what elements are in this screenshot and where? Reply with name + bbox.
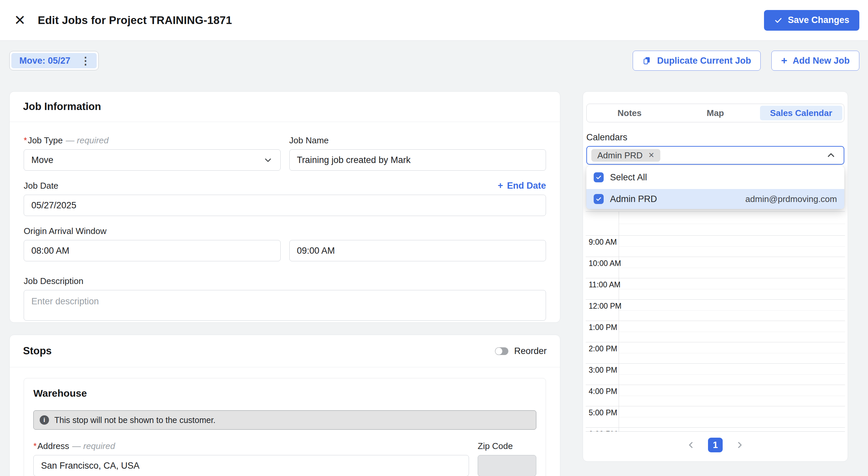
- calendar-pagination: 1: [583, 436, 848, 454]
- reorder-label: Reorder: [514, 346, 547, 356]
- checkbox-checked-icon[interactable]: [594, 194, 604, 204]
- stop-info-banner: i This stop will not be shown to the cus…: [33, 410, 536, 430]
- sales-calendar-grid: 9:00 AM 10:00 AM 11:00 AM 12:00 PM 1:00 …: [586, 211, 845, 432]
- stops-header: Stops Reorder: [10, 335, 560, 367]
- calendar-slot[interactable]: 11:00 AM: [586, 278, 845, 299]
- banner-text: This stop will not be shown to the custo…: [54, 415, 216, 425]
- stops-card: Stops Reorder Warehouse i This stop will…: [9, 335, 560, 476]
- jobs-toolbar: Move: 05/27 ⋮ Duplicate Current Job + Ad…: [9, 51, 859, 71]
- page-title: Edit Jobs for Project TRAINING-1871: [38, 14, 232, 27]
- calendar-slot[interactable]: 1:00 PM: [586, 321, 845, 342]
- required-asterisk: *: [33, 441, 37, 451]
- chevron-right-icon: [735, 440, 745, 450]
- calendar-slot[interactable]: 2:00 PM: [586, 342, 845, 363]
- check-icon: [774, 16, 783, 25]
- address-label: * Address — required: [33, 441, 469, 451]
- calendar-slot[interactable]: 9:00 AM: [586, 235, 845, 257]
- job-information-card: Job Information * Job Type — required Mo…: [9, 91, 560, 323]
- job-description-label: Job Description: [24, 276, 546, 286]
- kebab-menu-icon[interactable]: ⋮: [80, 56, 91, 66]
- side-panel-card: Notes Map Sales Calendar Calendars Admin…: [583, 91, 848, 462]
- job-tab-group: Move: 05/27 ⋮: [9, 51, 99, 70]
- calendars-multiselect[interactable]: Admin PRD ✕: [586, 146, 844, 165]
- tab-sales-calendar[interactable]: Sales Calendar: [760, 106, 842, 120]
- origin-arrival-window-label: Origin Arrival Window: [24, 226, 546, 236]
- time-label: 2:00 PM: [589, 344, 617, 353]
- modal-header: ✕ Edit Jobs for Project TRAINING-1871 Sa…: [0, 0, 868, 41]
- save-button-label: Save Changes: [788, 15, 849, 25]
- time-label: 10:00 AM: [589, 259, 621, 268]
- toggle-knob: [495, 348, 502, 355]
- stops-title: Stops: [23, 345, 52, 357]
- reorder-toggle-group: Reorder: [495, 346, 547, 356]
- origin-window-end-input[interactable]: [289, 240, 546, 261]
- job-type-select[interactable]: Move: [24, 149, 281, 171]
- job-type-value: Move: [31, 155, 53, 165]
- previous-page-button[interactable]: [684, 438, 698, 452]
- calendar-slot[interactable]: 6:00 PM: [586, 427, 845, 432]
- calendar-slot[interactable]: 4:00 PM: [586, 385, 845, 406]
- calendar-option-email: admin@prdmoving.com: [745, 194, 837, 204]
- time-label: 5:00 PM: [589, 408, 617, 417]
- zip-code-input: [478, 455, 536, 476]
- address-input[interactable]: [33, 455, 469, 476]
- page-number-button[interactable]: 1: [708, 438, 723, 452]
- job-name-label: Job Name: [289, 135, 546, 146]
- job-date-input[interactable]: [24, 195, 546, 216]
- job-tab-move[interactable]: Move: 05/27 ⋮: [11, 53, 97, 68]
- chevron-left-icon: [686, 440, 696, 450]
- time-label: 3:00 PM: [589, 366, 617, 375]
- time-label: 12:00 PM: [589, 302, 621, 311]
- required-suffix: — required: [72, 441, 115, 451]
- info-icon: i: [40, 415, 49, 425]
- calendar-slot[interactable]: 10:00 AM: [586, 257, 845, 278]
- job-name-input[interactable]: [289, 149, 546, 171]
- duplicate-job-button[interactable]: Duplicate Current Job: [633, 51, 761, 71]
- calendar-slot[interactable]: 5:00 PM: [586, 406, 845, 427]
- next-page-button[interactable]: [733, 438, 747, 452]
- save-changes-button[interactable]: Save Changes: [764, 10, 859, 31]
- required-asterisk: *: [24, 135, 27, 146]
- duplicate-icon: [642, 56, 652, 65]
- origin-window-start-input[interactable]: [24, 240, 281, 261]
- tab-notes[interactable]: Notes: [587, 104, 672, 122]
- reorder-toggle[interactable]: [495, 347, 508, 355]
- add-new-job-button[interactable]: + Add New Job: [771, 51, 859, 71]
- calendar-chip-admin-prd[interactable]: Admin PRD ✕: [591, 149, 660, 162]
- job-information-header: Job Information: [10, 92, 560, 122]
- calendar-slot[interactable]: 12:00 PM: [586, 299, 845, 321]
- toolbar-actions: Duplicate Current Job + Add New Job: [633, 51, 859, 71]
- calendar-slot[interactable]: 3:00 PM: [586, 363, 845, 385]
- panel-tabs: Notes Map Sales Calendar: [586, 104, 844, 122]
- calendar-slot[interactable]: [586, 211, 845, 235]
- calendar-option-admin-prd[interactable]: Admin PRD admin@prdmoving.com: [586, 189, 844, 209]
- chip-label: Admin PRD: [597, 150, 643, 161]
- duplicate-button-label: Duplicate Current Job: [657, 56, 751, 66]
- time-label: 4:00 PM: [589, 387, 617, 396]
- chip-remove-icon[interactable]: ✕: [648, 151, 654, 160]
- job-type-label: * Job Type — required: [24, 135, 281, 146]
- checkbox-checked-icon[interactable]: [594, 172, 604, 182]
- select-all-option[interactable]: Select All: [586, 166, 844, 189]
- time-label: 1:00 PM: [589, 323, 617, 332]
- calendars-dropdown: Select All Admin PRD admin@prdmoving.com: [586, 166, 844, 209]
- select-all-label: Select All: [610, 172, 647, 183]
- calendar-option-name: Admin PRD: [610, 194, 657, 204]
- job-tab-label: Move: 05/27: [19, 56, 70, 66]
- chevron-down-icon: [263, 155, 273, 165]
- chevron-up-icon[interactable]: [826, 150, 836, 161]
- warehouse-title: Warehouse: [33, 388, 536, 399]
- zip-code-label: Zip Code: [478, 441, 536, 451]
- close-button[interactable]: ✕: [11, 12, 28, 29]
- warehouse-stop-card: Warehouse i This stop will not be shown …: [24, 378, 546, 476]
- add-end-date-link[interactable]: + End Date: [498, 181, 546, 191]
- plus-icon: +: [781, 55, 787, 66]
- required-suffix: — required: [66, 135, 108, 146]
- tab-map[interactable]: Map: [672, 104, 758, 122]
- job-description-textarea[interactable]: [24, 290, 546, 321]
- time-label: 11:00 AM: [589, 280, 620, 289]
- add-button-label: Add New Job: [793, 56, 850, 66]
- job-date-label: Job Date: [24, 181, 58, 191]
- close-icon: ✕: [14, 12, 26, 28]
- time-label: 9:00 AM: [589, 238, 617, 247]
